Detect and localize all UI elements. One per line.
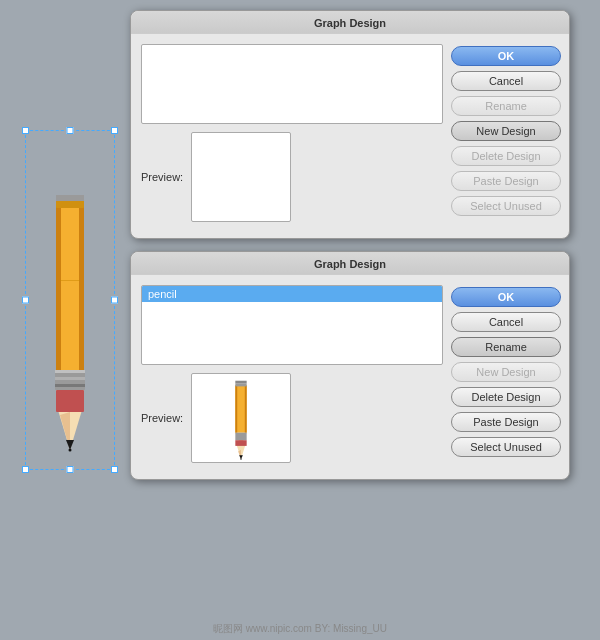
- dialog-2-list[interactable]: pencil: [141, 285, 443, 365]
- dialog-2-body: pencil Preview:: [131, 275, 569, 467]
- dialog-1-delete-design-button[interactable]: Delete Design: [451, 146, 561, 166]
- pencil-object: [40, 140, 100, 460]
- dialog-1-rename-button[interactable]: Rename: [451, 96, 561, 116]
- svg-point-16: [69, 449, 72, 452]
- svg-rect-14: [56, 195, 84, 201]
- dialog-2-select-unused-button[interactable]: Select Unused: [451, 437, 561, 457]
- dialog-2-list-item-0[interactable]: pencil: [142, 286, 442, 302]
- dialog-1: Graph Design Preview: OK Cancel Rename N…: [130, 10, 570, 239]
- svg-rect-24: [236, 432, 247, 440]
- dialog-2-delete-design-button[interactable]: Delete Design: [451, 387, 561, 407]
- svg-rect-27: [236, 380, 247, 383]
- handle-mr[interactable]: [111, 297, 118, 304]
- svg-rect-6: [79, 200, 84, 390]
- dialog-1-preview-section: Preview:: [141, 132, 443, 222]
- dialog-2-left: pencil Preview:: [141, 285, 443, 463]
- svg-rect-13: [56, 200, 84, 208]
- dialog-1-select-unused-button[interactable]: Select Unused: [451, 196, 561, 216]
- svg-rect-23: [245, 385, 247, 432]
- dialog-1-preview-box: [191, 132, 291, 222]
- dialog-1-cancel-button[interactable]: Cancel: [451, 71, 561, 91]
- handle-tm[interactable]: [67, 127, 74, 134]
- canvas-area: [0, 0, 140, 640]
- dialog-1-ok-button[interactable]: OK: [451, 46, 561, 66]
- dialog-2-new-design-button[interactable]: New Design: [451, 362, 561, 382]
- handle-tr[interactable]: [111, 127, 118, 134]
- dialog-1-title: Graph Design: [131, 11, 569, 34]
- svg-rect-25: [236, 440, 247, 446]
- dialog-2-rename-button[interactable]: Rename: [451, 337, 561, 357]
- dialog-2-ok-button[interactable]: OK: [451, 287, 561, 307]
- watermark: 昵图网 www.nipic.com BY: Missing_UU: [0, 622, 600, 636]
- svg-rect-26: [236, 383, 247, 386]
- dialog-1-list[interactable]: [141, 44, 443, 124]
- handle-bl[interactable]: [22, 466, 29, 473]
- dialog-2-title: Graph Design: [131, 252, 569, 275]
- dialogs-area: Graph Design Preview: OK Cancel Rename N…: [130, 10, 570, 480]
- dialog-1-left: Preview:: [141, 44, 443, 222]
- handle-tl[interactable]: [22, 127, 29, 134]
- handle-ml[interactable]: [22, 297, 29, 304]
- svg-rect-10: [55, 384, 85, 387]
- svg-rect-22: [236, 385, 238, 432]
- svg-rect-5: [56, 200, 61, 390]
- svg-rect-11: [55, 377, 85, 380]
- dialog-1-buttons: OK Cancel Rename New Design Delete Desig…: [451, 44, 561, 222]
- dialog-2: Graph Design pencil Preview:: [130, 251, 570, 480]
- svg-rect-7: [61, 200, 79, 390]
- svg-rect-12: [56, 390, 84, 412]
- dialog-1-paste-design-button[interactable]: Paste Design: [451, 171, 561, 191]
- dialog-2-buttons: OK Cancel Rename New Design Delete Desig…: [451, 285, 561, 463]
- handle-bm[interactable]: [67, 466, 74, 473]
- svg-point-28: [240, 458, 242, 460]
- dialog-2-cancel-button[interactable]: Cancel: [451, 312, 561, 332]
- dialog-2-preview-box: [191, 373, 291, 463]
- preview-pencil-svg: [230, 376, 252, 461]
- dialog-2-preview-label: Preview:: [141, 412, 183, 424]
- svg-rect-15: [60, 280, 80, 281]
- dialog-1-new-design-button[interactable]: New Design: [451, 121, 561, 141]
- svg-rect-9: [55, 370, 85, 373]
- dialog-2-paste-design-button[interactable]: Paste Design: [451, 412, 561, 432]
- handle-br[interactable]: [111, 466, 118, 473]
- dialog-1-body: Preview: OK Cancel Rename New Design Del…: [131, 34, 569, 226]
- dialog-1-preview-label: Preview:: [141, 171, 183, 183]
- dialog-2-preview-section: Preview:: [141, 373, 443, 463]
- pencil-svg: [40, 140, 100, 460]
